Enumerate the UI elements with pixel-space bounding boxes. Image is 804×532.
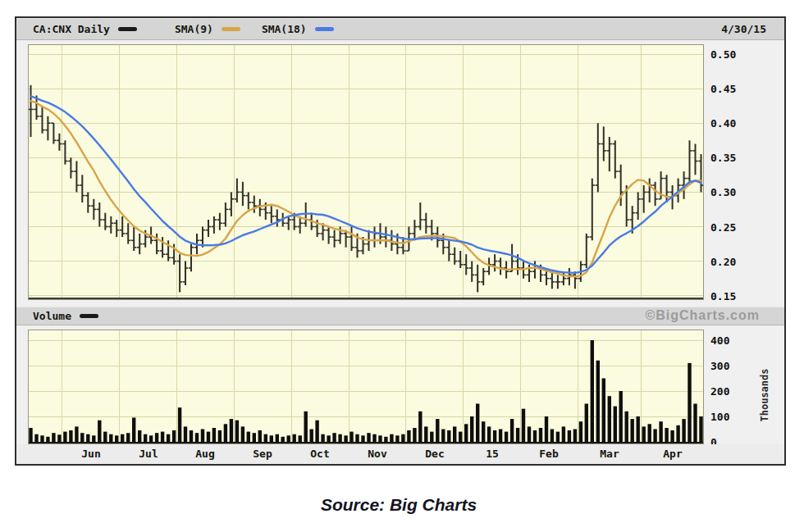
price-axis-label: 0.40 <box>710 117 758 130</box>
volume-unit-label: Thousands <box>759 358 770 432</box>
sma18-label: SMA(18) <box>262 23 307 35</box>
volume-label: Volume <box>33 310 71 322</box>
price-axis-label: 0.45 <box>710 83 758 95</box>
price-axis-label: 0.25 <box>710 221 758 234</box>
volume-legend-bar: Volume ©BigCharts.com <box>16 307 784 325</box>
price-axis-label: 0.15 <box>710 290 758 302</box>
sma9-label: SMA(9) <box>175 23 213 35</box>
bigcharts-widget: CA:CNX Daily SMA(9) SMA(18) 4/30/15 0.50… <box>15 16 786 466</box>
volume-axis-label: 300 <box>710 360 758 372</box>
x-axis-label: Feb <box>527 448 571 460</box>
price-axis-label: 0.35 <box>710 152 758 164</box>
chart-date: 4/30/15 <box>721 23 766 35</box>
price-axis-label: 0.20 <box>710 256 758 268</box>
x-axis-label: Apr <box>651 448 695 460</box>
x-axis-label: Aug <box>183 448 227 460</box>
volume-axis-label: 200 <box>710 385 758 398</box>
source-caption: Source: Big Charts <box>15 495 783 515</box>
chart-legend-bar: CA:CNX Daily SMA(9) SMA(18) 4/30/15 <box>16 18 784 40</box>
price-axis-label: 0.30 <box>710 186 758 198</box>
price-axis-label: 0.50 <box>710 48 758 61</box>
x-axis-label: 15 <box>470 448 514 460</box>
x-axis-strip: JunJulAugSepOctNovDec15FebMarApr <box>16 444 784 464</box>
x-axis-label: Jun <box>69 448 113 460</box>
volume-swatch <box>80 314 98 318</box>
volume-axis-label: 100 <box>710 411 758 423</box>
x-axis-label: Oct <box>298 448 342 460</box>
volume-chart-canvas <box>28 330 704 444</box>
sma18-swatch <box>315 27 334 31</box>
symbol-label: CA:CNX Daily <box>33 23 110 35</box>
x-axis-label: Mar <box>587 448 632 460</box>
sma9-swatch <box>222 27 240 31</box>
volume-axis-label: 400 <box>710 334 758 347</box>
x-axis-label: Dec <box>413 448 457 460</box>
x-axis-label: Jul <box>126 448 171 460</box>
price-series-swatch <box>118 27 137 31</box>
x-axis-label: Sep <box>240 448 285 460</box>
bigcharts-watermark: ©BigCharts.com <box>645 308 760 323</box>
price-chart-canvas <box>28 44 704 300</box>
x-axis-label: Nov <box>355 448 400 460</box>
